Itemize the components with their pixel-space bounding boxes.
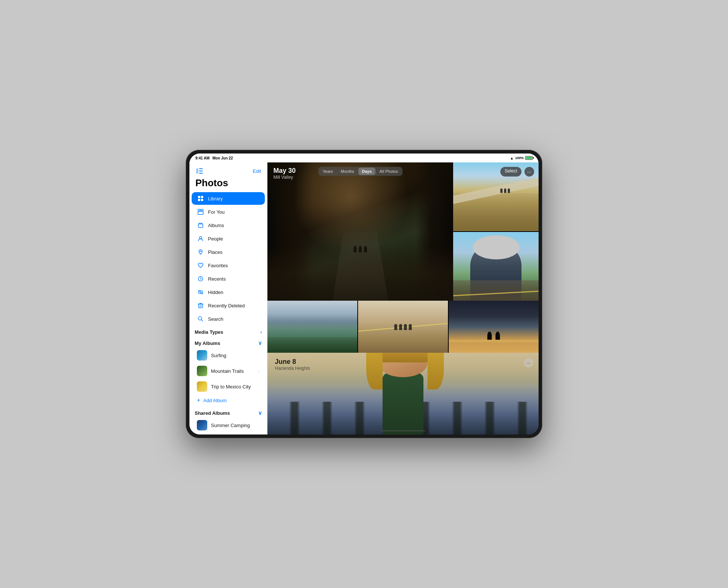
add-album-label: Add Album [203, 398, 227, 403]
album-thumb-surfing [197, 350, 207, 361]
seg-months[interactable]: Months [337, 168, 358, 175]
seg-days[interactable]: Days [358, 168, 375, 175]
recents-icon [197, 275, 204, 282]
sidebar-item-for-you[interactable]: For You [192, 206, 265, 218]
sidebar-item-recently-deleted[interactable]: Recently Deleted [192, 299, 265, 312]
sil-cyclist-2 [495, 332, 500, 340]
cyclists-group [354, 246, 367, 252]
mountain-trails-chevron: › [258, 369, 260, 373]
add-icon: + [197, 397, 200, 404]
status-right: ▲ 100% [510, 156, 533, 160]
cyclist-helmet [473, 235, 520, 259]
for-you-icon [197, 208, 204, 216]
segmented-control: Years Months Days All Photos [318, 167, 403, 176]
cyclist-1 [354, 246, 357, 252]
more-button[interactable]: ··· [524, 167, 534, 177]
favorites-label: Favorites [208, 263, 228, 268]
album-thumb-mountain [197, 366, 207, 376]
sidebar-item-library[interactable]: Library [192, 192, 265, 205]
silhouette-photo [449, 301, 539, 353]
bottom-date-subtitle: Hacienda Heights [275, 366, 310, 371]
date-title: May 30 [273, 167, 296, 175]
sil-cyclist-1 [487, 332, 492, 340]
sidebar-item-places[interactable]: Places [192, 246, 265, 258]
recently-deleted-icon [197, 302, 204, 309]
svg-rect-0 [196, 168, 198, 174]
svg-rect-3 [199, 173, 203, 174]
edit-button[interactable]: Edit [253, 168, 261, 174]
date-header: May 30 Mill Valley [273, 167, 296, 180]
shared-albums-section-header[interactable]: Shared Albums ∨ [189, 406, 267, 417]
my-albums-section-header[interactable]: My Albums ∨ [189, 336, 267, 348]
media-types-label: Media Types [195, 329, 223, 335]
date-subtitle: Mill Valley [273, 175, 296, 180]
time-display: 9:41 AM [195, 156, 209, 160]
library-icon [197, 195, 204, 202]
people-label: People [208, 236, 223, 242]
hidden-icon [197, 288, 204, 296]
sidebar-item-favorites[interactable]: Favorites [192, 259, 265, 272]
top-section: May 30 Mill Valley Years Months Days All… [267, 162, 539, 301]
for-you-label: For You [208, 209, 225, 215]
media-types-section-header[interactable]: Media Types › [189, 326, 267, 336]
album-summer-camping[interactable]: Summer Camping [192, 418, 265, 433]
bottom-date-header: June 8 Hacienda Heights [275, 358, 310, 371]
places-icon [197, 248, 204, 256]
sidebar-item-recents[interactable]: Recents [192, 272, 265, 285]
select-button[interactable]: Select [500, 167, 521, 177]
favorites-icon [197, 262, 204, 269]
seg-all-photos[interactable]: All Photos [376, 168, 402, 175]
seg-years[interactable]: Years [319, 168, 337, 175]
trip-mexico-label: Trip to Mexico City [211, 384, 251, 390]
date-display: Mon Jun 22 [212, 156, 233, 160]
library-label: Library [208, 196, 223, 201]
shared-albums-label: Shared Albums [195, 410, 230, 416]
sidebar-toggle-icon[interactable] [195, 167, 204, 175]
status-bar: 9:41 AM Mon Jun 22 ▲ 100% [189, 154, 539, 162]
right-column: Select ··· [453, 162, 539, 301]
hidden-label: Hidden [208, 290, 223, 295]
my-albums-label: My Albums [195, 340, 220, 346]
svg-rect-1 [199, 168, 203, 169]
album-baby-shower[interactable]: Sarah's Baby Shower [192, 433, 265, 434]
albums-icon [197, 222, 204, 229]
home-indicator [381, 430, 425, 432]
bottom-more-button[interactable]: ··· [524, 358, 533, 368]
sidebar-item-albums[interactable]: Albums [192, 219, 265, 232]
forest-photo: May 30 Mill Valley Years Months Days All… [267, 162, 453, 301]
add-album-button[interactable]: + Add Album [192, 395, 265, 406]
coastal-photo [267, 301, 357, 353]
portrait-photo-area: June 8 Hacienda Heights ··· [267, 353, 539, 434]
media-types-chevron: › [260, 330, 262, 335]
album-trip-mexico[interactable]: Trip to Mexico City [192, 379, 265, 394]
svg-point-13 [199, 237, 202, 239]
cyclist-3 [364, 246, 367, 252]
sidebar-item-people[interactable]: People [192, 232, 265, 245]
sidebar-title: Photos [189, 177, 267, 192]
svg-rect-7 [201, 199, 203, 201]
album-surfing[interactable]: Surfing [192, 348, 265, 363]
road-cyclists-photo [358, 301, 448, 353]
svg-rect-4 [198, 196, 200, 198]
album-mountain-trails[interactable]: Mountain Trails › [192, 364, 265, 378]
svg-rect-5 [201, 196, 203, 198]
battery-label: 100% [515, 156, 524, 160]
shared-albums-chevron: ∨ [258, 410, 262, 416]
main-content: May 30 Mill Valley Years Months Days All… [267, 162, 539, 434]
device-screen: 9:41 AM Mon Jun 22 ▲ 100% [189, 154, 539, 434]
svg-rect-10 [198, 211, 203, 214]
action-buttons: Select ··· [500, 167, 534, 177]
svg-point-14 [200, 251, 201, 252]
main-photo-area: May 30 Mill Valley Years Months Days All… [267, 162, 453, 301]
my-albums-chevron: ∨ [258, 340, 262, 346]
mountain-trails-label: Mountain Trails [211, 368, 244, 374]
sidebar-item-search[interactable]: Search [192, 313, 265, 325]
bottom-date-title: June 8 [275, 358, 310, 366]
portrait-container [453, 232, 539, 301]
sidebar-item-hidden[interactable]: Hidden [192, 286, 265, 298]
forest-ground [267, 245, 453, 301]
albums-label: Albums [208, 223, 224, 228]
right-photo-column [453, 162, 539, 301]
album-thumb-camping [197, 420, 207, 430]
album-thumb-mexico [197, 381, 207, 392]
